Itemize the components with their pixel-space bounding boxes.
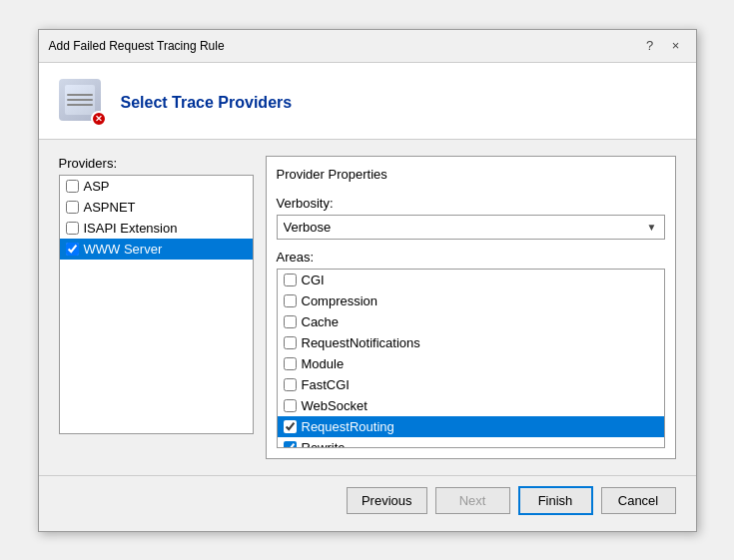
provider-item-isapi[interactable]: ISAPI Extension bbox=[60, 218, 253, 239]
provider-label-aspnet: ASPNET bbox=[84, 200, 136, 215]
area-checkbox-requestnotifications[interactable] bbox=[284, 336, 297, 349]
area-checkbox-module[interactable] bbox=[284, 357, 297, 370]
verbosity-select[interactable]: VerboseWarningErrorCritical Error bbox=[277, 215, 665, 240]
help-button[interactable]: ? bbox=[640, 36, 660, 56]
area-label-requestrouting: RequestRouting bbox=[302, 419, 394, 434]
provider-item-www[interactable]: WWW Server bbox=[60, 239, 253, 260]
provider-checkbox-asp[interactable] bbox=[66, 180, 79, 193]
area-checkbox-requestrouting[interactable] bbox=[284, 420, 297, 433]
area-checkbox-websocket[interactable] bbox=[284, 399, 297, 412]
close-button[interactable]: × bbox=[666, 36, 686, 56]
providers-label: Providers: bbox=[59, 156, 254, 171]
area-item-rewrite[interactable]: Rewrite bbox=[278, 437, 664, 448]
provider-item-aspnet[interactable]: ASPNET bbox=[60, 197, 253, 218]
properties-title: Provider Properties bbox=[277, 167, 665, 182]
area-label-compression: Compression bbox=[302, 293, 378, 308]
header-title: Select Trace Providers bbox=[121, 94, 293, 112]
area-checkbox-cache[interactable] bbox=[284, 315, 297, 328]
area-item-fastcgi[interactable]: FastCGI bbox=[278, 374, 664, 395]
provider-checkbox-aspnet[interactable] bbox=[66, 201, 79, 214]
area-item-module[interactable]: Module bbox=[278, 353, 664, 374]
finish-button[interactable]: Finish bbox=[518, 486, 593, 515]
folder-lines bbox=[67, 87, 93, 113]
area-checkbox-compression[interactable] bbox=[284, 294, 297, 307]
verbosity-section: Verbosity: VerboseWarningErrorCritical E… bbox=[277, 196, 665, 240]
properties-panel: Provider Properties Verbosity: VerboseWa… bbox=[266, 156, 676, 459]
verbosity-select-wrapper[interactable]: VerboseWarningErrorCritical Error bbox=[277, 215, 665, 240]
provider-label-isapi: ISAPI Extension bbox=[84, 221, 178, 236]
area-label-websocket: WebSocket bbox=[302, 398, 367, 413]
title-bar: Add Failed Request Tracing Rule ? × bbox=[39, 30, 696, 63]
previous-button[interactable]: Previous bbox=[347, 487, 427, 514]
area-label-requestnotifications: RequestNotifications bbox=[302, 335, 420, 350]
area-label-module: Module bbox=[302, 356, 345, 371]
provider-checkbox-www[interactable] bbox=[66, 243, 79, 256]
area-checkbox-fastcgi[interactable] bbox=[284, 378, 297, 391]
error-badge-icon: ✕ bbox=[91, 111, 107, 127]
verbosity-label: Verbosity: bbox=[277, 196, 665, 211]
area-label-cgi: CGI bbox=[302, 273, 325, 287]
provider-item-asp[interactable]: ASP bbox=[60, 176, 253, 197]
dialog-title: Add Failed Request Tracing Rule bbox=[49, 39, 225, 53]
area-label-rewrite: Rewrite bbox=[302, 440, 346, 448]
area-item-compression[interactable]: Compression bbox=[278, 290, 664, 311]
footer: Previous Next Finish Cancel bbox=[39, 475, 696, 531]
area-checkbox-cgi[interactable] bbox=[284, 274, 297, 286]
next-button[interactable]: Next bbox=[435, 487, 510, 514]
area-item-requestnotifications[interactable]: RequestNotifications bbox=[278, 332, 664, 353]
area-label-cache: Cache bbox=[302, 314, 340, 329]
content-area: Providers: ASPASPNETISAPI ExtensionWWW S… bbox=[39, 140, 696, 475]
cancel-button[interactable]: Cancel bbox=[601, 487, 676, 514]
area-checkbox-rewrite[interactable] bbox=[284, 441, 297, 448]
area-label-fastcgi: FastCGI bbox=[302, 377, 350, 392]
providers-list[interactable]: ASPASPNETISAPI ExtensionWWW Server bbox=[59, 175, 254, 434]
main-panel: Providers: ASPASPNETISAPI ExtensionWWW S… bbox=[59, 156, 676, 459]
areas-label: Areas: bbox=[277, 250, 665, 265]
area-item-cache[interactable]: Cache bbox=[278, 311, 664, 332]
providers-panel: Providers: ASPASPNETISAPI ExtensionWWW S… bbox=[59, 156, 254, 459]
header-section: ✕ Select Trace Providers bbox=[39, 63, 696, 140]
area-item-websocket[interactable]: WebSocket bbox=[278, 395, 664, 416]
folder-line-3 bbox=[67, 104, 93, 106]
provider-label-www: WWW Server bbox=[84, 242, 163, 257]
folder-line-2 bbox=[67, 99, 93, 101]
areas-section: Areas: CGICompressionCacheRequestNotific… bbox=[277, 250, 665, 448]
header-icon: ✕ bbox=[59, 79, 107, 127]
provider-label-asp: ASP bbox=[84, 179, 110, 194]
areas-list[interactable]: CGICompressionCacheRequestNotificationsM… bbox=[277, 269, 665, 448]
provider-checkbox-isapi[interactable] bbox=[66, 222, 79, 235]
area-item-requestrouting[interactable]: RequestRouting bbox=[278, 416, 664, 437]
folder-line-1 bbox=[67, 94, 93, 96]
title-bar-controls: ? × bbox=[640, 36, 686, 56]
dialog-window: Add Failed Request Tracing Rule ? × ✕ Se… bbox=[38, 29, 697, 532]
area-item-cgi[interactable]: CGI bbox=[278, 270, 664, 290]
